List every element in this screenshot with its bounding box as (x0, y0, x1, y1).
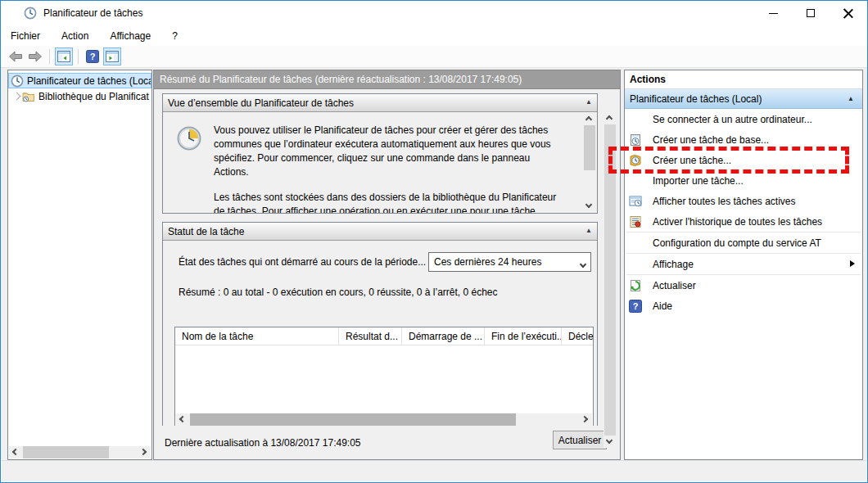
period-dropdown-value: Ces dernières 24 heures (434, 256, 541, 268)
window-title: Planificateur de tâches (43, 7, 142, 19)
actions-panel: Actions Planificateur de tâches (Local) … (624, 70, 863, 460)
back-icon (8, 51, 23, 62)
actions-group-title: Planificateur de tâches (Local) (630, 93, 762, 105)
table-horizontal-scrollbar[interactable] (176, 413, 592, 426)
column-header-run-result[interactable]: Résultat d... (339, 327, 402, 345)
action-item-help[interactable]: ? Aide (625, 296, 862, 316)
scrollbar-thumb[interactable] (23, 446, 109, 458)
no-icon (629, 237, 645, 250)
show-console-tree-icon (57, 51, 70, 62)
tree-item-task-scheduler-library[interactable]: Bibliothèque du Planificat (8, 88, 151, 104)
collapse-icon[interactable]: ▲ (848, 95, 854, 102)
task-status-title: Statut de la tâche (168, 226, 244, 237)
close-button[interactable] (830, 1, 867, 25)
scroll-up-icon[interactable] (583, 113, 596, 125)
task-scheduler-clock-icon (24, 7, 37, 20)
overview-section-header[interactable]: Vue d’ensemble du Planificateur de tâche… (163, 94, 597, 112)
menu-fichier[interactable]: Fichier (11, 30, 40, 42)
tree-item-task-scheduler-local[interactable]: Planificateur de tâches (Local (8, 73, 151, 88)
display-running-tasks-icon (629, 195, 645, 208)
action-item-at-service-account-configuration[interactable]: Configuration du compte du service AT (625, 232, 862, 253)
back-button[interactable] (7, 47, 25, 65)
no-icon (629, 258, 645, 271)
column-header-task-name[interactable]: Nom de la tâche (175, 327, 339, 345)
app-window: Planificateur de tâches Fichier Action A… (0, 0, 868, 483)
tree-item-label: Planificateur de tâches (Local (27, 75, 151, 87)
chevron-right-icon[interactable] (11, 91, 22, 102)
maximize-button[interactable] (792, 1, 830, 25)
tree-horizontal-scrollbar[interactable] (9, 446, 151, 458)
period-dropdown[interactable]: Ces dernières 24 heures (428, 252, 591, 272)
menu-affichage[interactable]: Affichage (110, 30, 151, 42)
scroll-up-icon[interactable] (604, 112, 617, 124)
svg-text:?: ? (90, 52, 96, 61)
tree-item-label: Bibliothèque du Planificat (38, 91, 149, 102)
collapse-icon[interactable]: ▲ (585, 98, 592, 106)
title-bar: Planificateur de tâches (1, 1, 867, 25)
console-tree-panel: Planificateur de tâches (Local Bibliothè… (7, 70, 152, 460)
scroll-left-icon[interactable] (176, 413, 188, 426)
action-item-refresh[interactable]: Actualiser (625, 275, 862, 296)
no-icon (629, 113, 645, 126)
chevron-down-icon (577, 260, 587, 269)
collapse-icon[interactable]: ▲ (585, 227, 592, 235)
enable-history-icon (629, 215, 645, 228)
scroll-left-icon[interactable] (9, 446, 21, 458)
toolbar-separator (49, 49, 50, 64)
main-area: Planificateur de tâches (Local Bibliothè… (1, 68, 867, 462)
help-button[interactable]: ? (84, 47, 102, 65)
scrollbar-thumb[interactable] (584, 125, 595, 170)
summary-footer: Dernière actualisation à 13/08/2017 17:4… (155, 426, 619, 458)
toolbar-separator (78, 49, 79, 64)
column-header-run-end[interactable]: Fin de l’exécuti... (485, 327, 562, 345)
scroll-down-icon[interactable] (604, 436, 617, 448)
scroll-right-icon[interactable] (138, 446, 151, 458)
show-action-pane-icon (106, 51, 119, 62)
minimize-icon (769, 13, 778, 14)
task-status-table: Nom de la tâche Résultat d... Démarrage … (174, 327, 594, 427)
menu-action[interactable]: Action (61, 30, 88, 42)
overview-text: Vous pouvez utiliser le Planificateur de… (214, 124, 564, 213)
help-icon: ? (86, 50, 99, 63)
forward-icon (28, 51, 43, 62)
forward-button[interactable] (26, 47, 44, 65)
minimize-button[interactable] (754, 1, 792, 25)
show-console-tree-button[interactable] (55, 47, 73, 65)
overview-paragraph-1: Vous pouvez utiliser le Planificateur de… (214, 124, 564, 179)
clock-icon (11, 74, 24, 88)
overview-section: Vue d’ensemble du Planificateur de tâche… (162, 93, 598, 214)
table-header-row: Nom de la tâche Résultat d... Démarrage … (175, 327, 593, 345)
action-item-display-running-tasks[interactable]: Afficher toutes les tâches actives (625, 191, 862, 211)
maximize-icon (807, 9, 815, 17)
column-header-triggered-by[interactable]: Décle (562, 327, 594, 345)
action-item-connect-other-computer[interactable]: Se connecter à un autre ordinateur... (625, 109, 862, 129)
actions-group-header[interactable]: Planificateur de tâches (Local) ▲ (625, 89, 862, 109)
period-label: État des tâches qui ont démarré au cours… (179, 256, 426, 268)
action-item-enable-task-history[interactable]: Activer l'historique de toutes les tâche… (625, 211, 862, 232)
overview-paragraph-2: Les tâches sont stockées dans des dossie… (214, 191, 564, 213)
refresh-button[interactable]: Actualiser (553, 431, 607, 449)
overview-clock-icon (176, 125, 202, 151)
refresh-icon (629, 279, 645, 292)
overview-title: Vue d’ensemble du Planificateur de tâche… (168, 97, 354, 109)
status-bar (2, 460, 866, 481)
action-item-affichage[interactable]: Affichage (625, 254, 862, 274)
overview-body: Vous pouvez utiliser le Planificateur de… (163, 112, 597, 213)
summary-body: Vue d’ensemble du Planificateur de tâche… (153, 89, 621, 460)
status-summary-line: Résumé : 0 au total - 0 exécution en cou… (179, 287, 585, 298)
scroll-down-icon[interactable] (583, 200, 596, 212)
task-status-section-header[interactable]: Statut de la tâche ▲ (163, 223, 597, 241)
scrollbar-thumb[interactable] (190, 413, 516, 426)
period-row: État des tâches qui ont démarré au cours… (179, 252, 585, 272)
column-header-run-start[interactable]: Démarrage de ... (402, 327, 485, 345)
scroll-right-icon[interactable] (580, 413, 592, 426)
task-status-section: Statut de la tâche ▲ État des tâches qui… (162, 222, 598, 428)
toolbar: ? (1, 46, 867, 68)
show-action-pane-button[interactable] (103, 47, 121, 65)
overview-vertical-scrollbar[interactable] (583, 113, 596, 212)
summary-header: Résumé du Planificateur de tâches (derni… (153, 70, 621, 89)
help-icon: ? (629, 300, 645, 313)
svg-text:?: ? (633, 301, 639, 311)
menu-help[interactable]: ? (172, 30, 178, 42)
actions-header: Actions (625, 70, 862, 89)
